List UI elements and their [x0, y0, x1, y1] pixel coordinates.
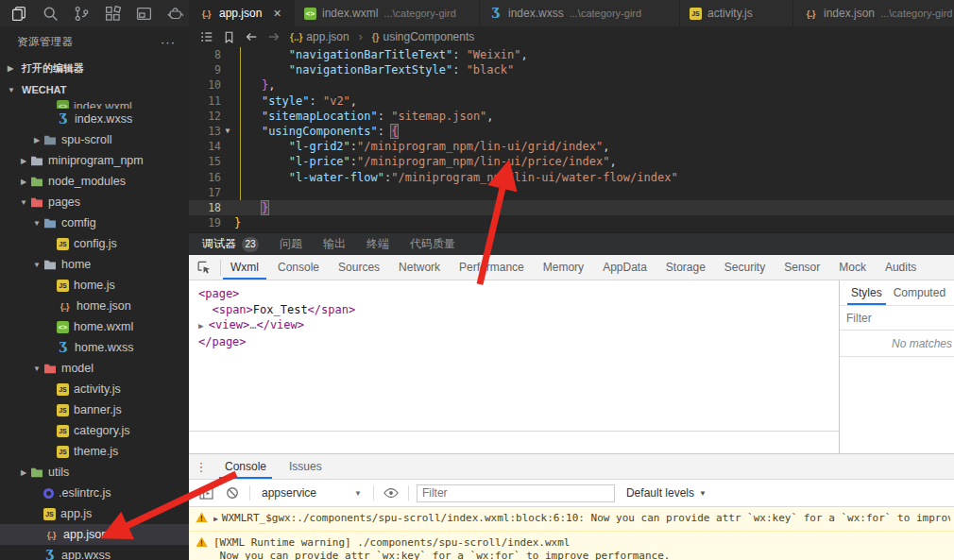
panel-tab-1[interactable]: 问题 [280, 236, 302, 252]
styles-filter-input[interactable] [840, 312, 954, 325]
back-icon[interactable] [245, 30, 258, 43]
code-line-11[interactable]: 11 "style": "v2", [189, 93, 954, 109]
tree-item-model[interactable]: ▼model [0, 358, 189, 379]
devtools-tab-audits[interactable]: Audits [877, 255, 924, 280]
devtools-tab-wxml[interactable]: Wxml [223, 255, 266, 280]
context-selector[interactable]: appservice ▼ [258, 486, 366, 500]
devtools-tab-storage[interactable]: Storage [658, 255, 713, 280]
source-control-icon[interactable] [73, 5, 91, 23]
panel-tab-2[interactable]: 输出 [323, 236, 346, 252]
tab-index.wxss[interactable]: Ʒindex.wxss...\category-gird [480, 0, 680, 26]
styles-tab-styles[interactable]: Styles [847, 280, 886, 305]
console-warning-0[interactable]: ▶WXMLRT_$gwx:./components/spu-scroll/ind… [189, 507, 954, 532]
kebab-menu-icon[interactable]: ⋮ [189, 460, 213, 474]
window-icon[interactable] [135, 5, 153, 23]
code-line-8[interactable]: 8 "navigationBarTitleText": "Weixin", [189, 47, 954, 62]
tree-item-miniprogram_npm[interactable]: ▶miniprogram_npm [0, 150, 189, 171]
tree-item-node_modules[interactable]: ▶node_modules [0, 171, 189, 192]
code-line-17[interactable]: 17 [189, 185, 954, 200]
tab-title: activity.js [707, 7, 753, 20]
code-line-14[interactable]: 14 "l-grid2":"/miniprogram_npm/lin-ui/gr… [189, 139, 954, 154]
log-levels-dropdown[interactable]: Default levels ▼ [626, 486, 707, 500]
tab-activity.js[interactable]: JSactivity.js [680, 0, 793, 26]
code-line-19[interactable]: 19} [189, 215, 954, 230]
panel-tab-3[interactable]: 终端 [366, 236, 389, 252]
devtools-tab-mock[interactable]: Mock [831, 255, 874, 280]
tab-index.wxml[interactable]: <>index.wxml...\category-gird [295, 0, 480, 26]
breadcrumb-file[interactable]: {..} app.json [290, 30, 349, 43]
devtools-tab-console[interactable]: Console [270, 255, 327, 280]
tree-item-app.json[interactable]: {..}app.json [0, 524, 189, 545]
code-line-18[interactable]: 18 } [189, 200, 954, 215]
code-line-16[interactable]: 16 "l-water-flow":"/miniprogram_npm/lin-… [189, 170, 954, 185]
devtools-tab-network[interactable]: Network [391, 255, 448, 280]
tree-item-pages[interactable]: ▼pages [0, 192, 189, 212]
code-line-15[interactable]: 15 "l-price":"/miniprogram_npm/lin-ui/pr… [189, 154, 954, 169]
devtools-tab-performance[interactable]: Performance [451, 255, 532, 280]
tree-item-home.json[interactable]: {..}home.json [0, 296, 189, 316]
tree-item-config.js[interactable]: JSconfig.js [0, 233, 189, 254]
dom-node[interactable]: </page> [198, 334, 839, 350]
tree-item-app.js[interactable]: JSapp.js [0, 503, 189, 524]
chevron-right-icon: ▶ [17, 178, 30, 186]
extensions-icon[interactable] [104, 5, 122, 23]
tree-item-theme.js[interactable]: JStheme.js [0, 441, 189, 462]
dom-node[interactable]: ▶ <view>…</view> [198, 317, 839, 334]
devtools-tab-appdata[interactable]: AppData [595, 255, 655, 280]
explorer-more-button[interactable]: ··· [161, 35, 176, 49]
code-line-10[interactable]: 10 }, [189, 77, 954, 93]
forward-icon[interactable] [267, 30, 281, 43]
console-warning-1[interactable]: [WXML Runtime warning] ./components/spu-… [189, 532, 954, 560]
panel-tab-4[interactable]: 代码质量 [410, 236, 455, 252]
dom-node[interactable]: <page> [198, 286, 839, 302]
tree-item-.eslintrc.js[interactable]: .eslintrc.js [0, 483, 189, 503]
breadcrumb-symbol[interactable]: {} usingComponents [372, 30, 475, 43]
tree-item-home.wxss[interactable]: Ʒhome.wxss [0, 337, 189, 358]
close-icon[interactable]: × [273, 7, 281, 20]
inspect-element-icon[interactable] [189, 260, 221, 276]
tab-app.json[interactable]: {..}app.json× [189, 0, 295, 26]
tree-item-label: activity.js [74, 382, 121, 396]
tree-item-home.js[interactable]: JShome.js [0, 275, 189, 296]
devtools-tab-sensor[interactable]: Sensor [776, 255, 827, 280]
tree-item-activity.js[interactable]: JSactivity.js [0, 379, 189, 399]
tree-item-index.wxss[interactable]: Ʒindex.wxss [0, 109, 189, 129]
code-line-12[interactable]: 12 "sitemapLocation": "sitemap.json", [189, 109, 954, 124]
tree-item-comfig[interactable]: ▼comfig [0, 212, 189, 233]
dom-node[interactable]: <span>Fox_Test</span> [198, 302, 839, 318]
tab-index.json[interactable]: {..}index.json...\category-gird [793, 0, 954, 26]
section-open-editors[interactable]: ▶ 打开的编辑器 [0, 57, 189, 79]
drawer-tab-issues[interactable]: Issues [283, 454, 328, 479]
clear-console-icon[interactable] [223, 486, 242, 500]
console-sidebar-icon[interactable] [196, 487, 215, 500]
panel-tab-0[interactable]: 调试器23 [202, 236, 259, 252]
drawer-tab-console[interactable]: Console [219, 454, 272, 479]
tree-item-utils[interactable]: ▶utils [0, 462, 189, 483]
devtools-tab-sources[interactable]: Sources [331, 255, 387, 280]
code-editor[interactable]: 8 "navigationBarTitleText": "Weixin",9 "… [189, 47, 954, 232]
fold-chevron-icon[interactable]: ▼ [221, 124, 234, 139]
expand-triangle-icon[interactable]: ▶ [213, 515, 218, 523]
code-line-13[interactable]: 13▼ "usingComponents": { [189, 124, 954, 139]
devtools-tab-security[interactable]: Security [717, 255, 773, 280]
tree-item-home.wxml[interactable]: <>home.wxml [0, 316, 189, 337]
outline-icon[interactable] [200, 30, 213, 43]
tree-item-spu-scroll[interactable]: ▶spu-scroll [0, 129, 189, 150]
line-number: 8 [189, 47, 221, 62]
bookmark-icon[interactable] [223, 31, 235, 43]
tree-item-category.js[interactable]: JScategory.js [0, 420, 189, 441]
eye-icon[interactable] [382, 487, 400, 499]
files-icon[interactable] [10, 5, 28, 23]
tree-item-home[interactable]: ▼home [0, 254, 189, 275]
console-filter-input[interactable] [417, 484, 615, 502]
tree-item-app.wxss[interactable]: Ʒapp.wxss [0, 545, 189, 560]
tree-item-index.wxml[interactable]: <>index.wxml [0, 100, 189, 109]
devtools-tab-memory[interactable]: Memory [536, 255, 591, 280]
styles-tab-computed[interactable]: Computed [890, 280, 949, 305]
code-line-9[interactable]: 9 "navigationBarTextStyle": "black" [189, 62, 954, 77]
tree-item-banner.js[interactable]: JSbanner.js [0, 399, 189, 420]
search-icon[interactable] [42, 5, 60, 23]
wxml-dom-tree[interactable]: <page> <span>Fox_Test</span>▶ <view>…</v… [189, 280, 839, 431]
section-wechat-root[interactable]: ▼ WECHAT [0, 79, 189, 100]
teapot-icon[interactable] [166, 5, 184, 23]
